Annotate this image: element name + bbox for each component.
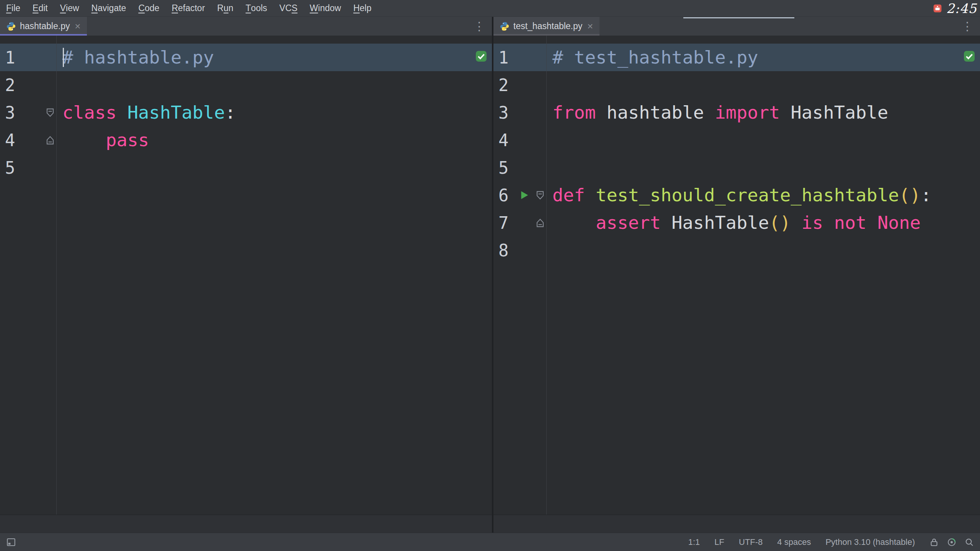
menu-code[interactable]: Code <box>132 0 165 16</box>
code-text: def test_should_create_hashtable(): <box>546 181 931 209</box>
tab-more-icon[interactable]: ⋮ <box>474 21 492 32</box>
line-number: 3 <box>0 103 22 122</box>
code-editor[interactable]: 1# test_hashtable.py23from hashtable imp… <box>493 36 980 515</box>
fold-start-icon[interactable] <box>46 108 54 117</box>
line-number: 6 <box>493 186 515 205</box>
editor-pane-right: test_hashtable.py✕⋮1# test_hashtable.py2… <box>493 17 980 533</box>
editor-pane-left: hashtable.py✕⋮1# hashtable.py23class Has… <box>0 17 492 533</box>
line-number: 4 <box>0 130 22 150</box>
tab-close-icon[interactable]: ✕ <box>74 22 81 31</box>
run-test-icon[interactable] <box>518 189 530 201</box>
code-token: test_should_create_hashtable <box>596 184 899 205</box>
editor-gutter[interactable]: 8 <box>493 236 546 264</box>
tab-bar: test_hashtable.py✕⋮ <box>493 17 980 36</box>
code-token: None <box>877 212 921 233</box>
code-line-1[interactable]: 1# test_hashtable.py <box>493 44 980 71</box>
inspections-check-icon[interactable] <box>963 50 975 62</box>
status-line-ending[interactable]: LF <box>714 537 724 547</box>
code-line-4[interactable]: 4 <box>493 126 980 154</box>
menu-run[interactable]: Run <box>211 0 239 16</box>
menu-help[interactable]: Help <box>347 0 377 16</box>
code-line-1[interactable]: 1# hashtable.py <box>0 44 492 71</box>
status-widgets: 1:1LFUTF-84 spacesPython 3.10 (hashtable… <box>688 537 974 547</box>
tab-bar: hashtable.py✕⋮ <box>0 17 492 36</box>
code-token <box>791 212 802 233</box>
code-token <box>867 212 877 233</box>
line-number: 7 <box>493 213 515 233</box>
code-line-3[interactable]: 3class HashTable: <box>0 99 492 126</box>
code-line-2[interactable]: 2 <box>0 71 492 99</box>
python-file-icon <box>500 21 510 31</box>
code-line-5[interactable]: 5 <box>0 154 492 181</box>
code-line-8[interactable]: 8 <box>493 236 980 264</box>
code-token: import <box>715 102 780 123</box>
fold-start-icon[interactable] <box>536 191 544 200</box>
code-line-4[interactable]: 4 pass <box>0 126 492 154</box>
editor-gutter[interactable]: 1 <box>493 44 546 71</box>
code-token: () <box>899 184 921 205</box>
code-editor[interactable]: 1# hashtable.py23class HashTable:4 pass5 <box>0 36 492 515</box>
menu-view[interactable]: View <box>54 0 85 16</box>
tab-test_hashtable.py[interactable]: test_hashtable.py✕ <box>493 17 599 36</box>
code-line-5[interactable]: 5 <box>493 154 980 181</box>
tab-label: hashtable.py <box>20 21 70 31</box>
tab-more-icon[interactable]: ⋮ <box>962 21 980 32</box>
menu-navigate[interactable]: Navigate <box>85 0 132 16</box>
status-indicator-icon[interactable] <box>947 538 956 547</box>
python-file-icon <box>6 21 16 31</box>
code-token: : <box>225 102 235 123</box>
status-interpreter[interactable]: Python 3.10 (hashtable) <box>825 537 915 547</box>
status-caret-position[interactable]: 1:1 <box>688 537 700 547</box>
menu-file[interactable]: File <box>0 0 26 16</box>
status-encoding[interactable]: UTF-8 <box>739 537 763 547</box>
menu-refactor[interactable]: Refactor <box>165 0 211 16</box>
system-clock: 2:45 <box>933 1 980 16</box>
code-line-6[interactable]: 6def test_should_create_hashtable(): <box>493 181 980 209</box>
line-number: 5 <box>0 158 22 178</box>
editor-gutter[interactable]: 3 <box>0 99 56 126</box>
editor-gutter[interactable]: 4 <box>493 126 546 154</box>
search-icon[interactable] <box>965 538 974 547</box>
editor-gutter[interactable]: 5 <box>0 154 56 181</box>
lock-icon[interactable] <box>929 538 939 547</box>
fold-end-icon[interactable] <box>46 135 54 145</box>
line-number: 1 <box>493 48 515 67</box>
editor-gutter[interactable]: 7 <box>493 209 546 236</box>
code-token <box>823 212 834 233</box>
gutter-separator <box>56 36 57 515</box>
code-token: not <box>834 212 867 233</box>
code-text: class HashTable: <box>56 99 236 126</box>
code-token <box>62 129 106 150</box>
editor-gutter[interactable]: 3 <box>493 99 546 126</box>
tab-hashtable.py[interactable]: hashtable.py✕ <box>0 17 87 36</box>
menu-vcs[interactable]: VCS <box>273 0 304 16</box>
inspections-check-icon[interactable] <box>475 50 487 62</box>
code-token: is <box>802 212 823 233</box>
editor-gutter[interactable]: 4 <box>0 126 56 154</box>
tab-label: test_hashtable.py <box>513 21 582 31</box>
code-text: # test_hashtable.py <box>546 44 758 71</box>
editor-gutter[interactable]: 2 <box>0 71 56 99</box>
menu-tools[interactable]: Tools <box>240 0 273 16</box>
menu-window[interactable]: Window <box>304 0 347 16</box>
text-caret <box>63 48 64 67</box>
tool-windows-icon[interactable] <box>6 537 16 547</box>
code-line-2[interactable]: 2 <box>493 71 980 99</box>
code-token: # test_hashtable.py <box>552 47 758 68</box>
code-token: pass <box>106 129 149 150</box>
editor-gutter[interactable]: 6 <box>493 181 546 209</box>
breadcrumbs-bar <box>0 515 492 533</box>
line-number: 3 <box>493 103 515 122</box>
code-line-3[interactable]: 3from hashtable import HashTable <box>493 99 980 126</box>
editor-gutter[interactable]: 2 <box>493 71 546 99</box>
menu-edit[interactable]: Edit <box>26 0 54 16</box>
code-token: HashTable <box>780 102 888 123</box>
code-line-7[interactable]: 7 assert HashTable() is not None <box>493 209 980 236</box>
fold-end-icon[interactable] <box>536 218 544 228</box>
code-token <box>661 212 671 233</box>
code-token: assert <box>596 212 661 233</box>
editor-gutter[interactable]: 1 <box>0 44 56 71</box>
tab-close-icon[interactable]: ✕ <box>587 22 593 31</box>
status-indent[interactable]: 4 spaces <box>777 537 811 547</box>
editor-gutter[interactable]: 5 <box>493 154 546 181</box>
